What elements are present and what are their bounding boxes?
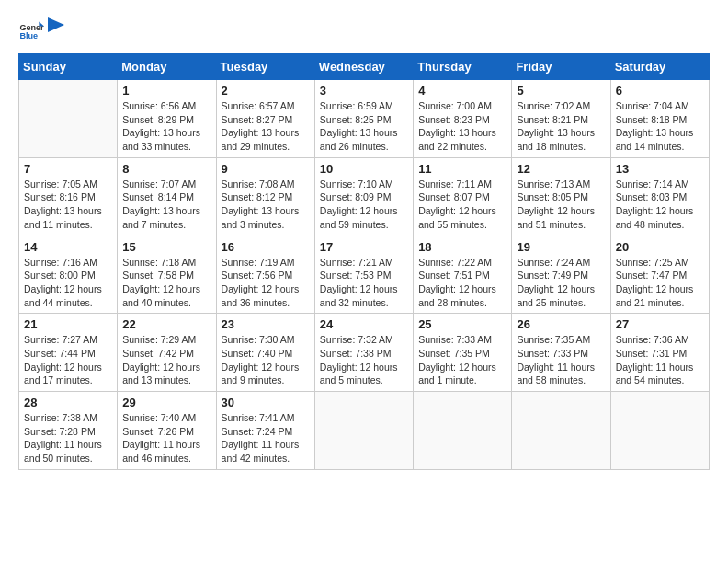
day-number: 18	[418, 240, 506, 254]
day-number: 4	[418, 84, 506, 98]
day-info: Sunrise: 7:08 AMSunset: 8:12 PMDaylight:…	[222, 178, 310, 232]
calendar-cell: 18Sunrise: 7:22 AMSunset: 7:51 PMDayligh…	[414, 236, 512, 314]
day-info: Sunrise: 7:10 AMSunset: 8:09 PMDaylight:…	[320, 178, 408, 232]
day-number: 21	[24, 317, 112, 331]
column-header-sunday: Sunday	[19, 54, 118, 80]
column-header-monday: Monday	[118, 54, 216, 80]
day-info: Sunrise: 7:38 AMSunset: 7:28 PMDaylight:…	[24, 411, 112, 465]
day-number: 28	[24, 396, 112, 409]
calendar-cell	[19, 80, 118, 158]
calendar-cell: 5Sunrise: 7:02 AMSunset: 8:21 PMDaylight…	[512, 80, 610, 158]
day-number: 3	[320, 84, 408, 98]
day-number: 19	[517, 240, 605, 254]
day-number: 27	[616, 317, 704, 331]
day-number: 2	[222, 84, 310, 98]
calendar-cell: 19Sunrise: 7:24 AMSunset: 7:49 PMDayligh…	[512, 236, 610, 314]
day-number: 7	[24, 162, 112, 176]
day-info: Sunrise: 7:36 AMSunset: 7:31 PMDaylight:…	[616, 333, 704, 387]
day-number: 8	[122, 162, 210, 176]
calendar-cell: 27Sunrise: 7:36 AMSunset: 7:31 PMDayligh…	[610, 314, 709, 392]
calendar-cell: 4Sunrise: 7:00 AMSunset: 8:23 PMDaylight…	[414, 80, 512, 158]
day-info: Sunrise: 7:19 AMSunset: 7:56 PMDaylight:…	[222, 256, 310, 310]
calendar-cell: 21Sunrise: 7:27 AMSunset: 7:44 PMDayligh…	[19, 314, 118, 392]
day-number: 17	[320, 240, 408, 254]
day-number: 23	[222, 317, 310, 331]
svg-text:Blue: Blue	[19, 31, 38, 40]
day-number: 29	[122, 396, 210, 409]
calendar-cell: 15Sunrise: 7:18 AMSunset: 7:58 PMDayligh…	[118, 236, 216, 314]
calendar-cell: 23Sunrise: 7:30 AMSunset: 7:40 PMDayligh…	[216, 314, 314, 392]
calendar-table: SundayMondayTuesdayWednesdayThursdayFrid…	[18, 53, 710, 470]
column-header-wednesday: Wednesday	[314, 54, 413, 80]
logo-flag-icon	[48, 17, 64, 38]
day-info: Sunrise: 7:05 AMSunset: 8:16 PMDaylight:…	[24, 178, 112, 232]
column-header-friday: Friday	[512, 54, 610, 80]
calendar-cell: 11Sunrise: 7:11 AMSunset: 8:07 PMDayligh…	[414, 157, 512, 236]
calendar-cell	[512, 392, 610, 470]
calendar-cell: 26Sunrise: 7:35 AMSunset: 7:33 PMDayligh…	[512, 314, 610, 392]
day-info: Sunrise: 7:25 AMSunset: 7:47 PMDaylight:…	[616, 256, 704, 310]
day-info: Sunrise: 7:32 AMSunset: 7:38 PMDaylight:…	[320, 333, 408, 387]
day-number: 30	[222, 396, 310, 409]
day-number: 13	[616, 162, 704, 176]
day-number: 6	[616, 84, 704, 98]
calendar-cell: 3Sunrise: 6:59 AMSunset: 8:25 PMDaylight…	[314, 80, 413, 158]
day-info: Sunrise: 7:33 AMSunset: 7:35 PMDaylight:…	[418, 333, 506, 387]
calendar-cell	[610, 392, 709, 470]
day-info: Sunrise: 7:00 AMSunset: 8:23 PMDaylight:…	[418, 99, 506, 154]
day-info: Sunrise: 7:07 AMSunset: 8:14 PMDaylight:…	[122, 178, 210, 232]
calendar-cell: 9Sunrise: 7:08 AMSunset: 8:12 PMDaylight…	[216, 157, 314, 236]
calendar-cell: 22Sunrise: 7:29 AMSunset: 7:42 PMDayligh…	[118, 314, 216, 392]
day-info: Sunrise: 7:13 AMSunset: 8:05 PMDaylight:…	[517, 178, 605, 232]
page-header: General Blue	[18, 18, 710, 44]
day-number: 16	[222, 240, 310, 254]
calendar-cell: 7Sunrise: 7:05 AMSunset: 8:16 PMDaylight…	[19, 157, 118, 236]
calendar-header-row: SundayMondayTuesdayWednesdayThursdayFrid…	[19, 54, 710, 80]
calendar-cell	[414, 392, 512, 470]
day-info: Sunrise: 7:24 AMSunset: 7:49 PMDaylight:…	[517, 256, 605, 310]
calendar-week-row: 14Sunrise: 7:16 AMSunset: 8:00 PMDayligh…	[19, 236, 710, 314]
logo-icon: General Blue	[18, 18, 44, 44]
calendar-cell: 14Sunrise: 7:16 AMSunset: 8:00 PMDayligh…	[19, 236, 118, 314]
calendar-cell: 12Sunrise: 7:13 AMSunset: 8:05 PMDayligh…	[512, 157, 610, 236]
day-number: 22	[122, 317, 210, 331]
day-number: 24	[320, 317, 408, 331]
calendar-cell: 25Sunrise: 7:33 AMSunset: 7:35 PMDayligh…	[414, 314, 512, 392]
day-number: 12	[517, 162, 605, 176]
day-info: Sunrise: 7:27 AMSunset: 7:44 PMDaylight:…	[24, 333, 112, 387]
day-number: 14	[24, 240, 112, 254]
day-number: 10	[320, 162, 408, 176]
day-info: Sunrise: 7:40 AMSunset: 7:26 PMDaylight:…	[122, 411, 210, 465]
day-number: 11	[418, 162, 506, 176]
day-info: Sunrise: 7:11 AMSunset: 8:07 PMDaylight:…	[418, 178, 506, 232]
day-info: Sunrise: 7:21 AMSunset: 7:53 PMDaylight:…	[320, 256, 408, 310]
day-info: Sunrise: 7:30 AMSunset: 7:40 PMDaylight:…	[222, 333, 310, 387]
day-number: 26	[517, 317, 605, 331]
day-info: Sunrise: 6:59 AMSunset: 8:25 PMDaylight:…	[320, 99, 408, 154]
day-info: Sunrise: 7:14 AMSunset: 8:03 PMDaylight:…	[616, 178, 704, 232]
day-info: Sunrise: 7:02 AMSunset: 8:21 PMDaylight:…	[517, 99, 605, 154]
day-info: Sunrise: 7:16 AMSunset: 8:00 PMDaylight:…	[24, 256, 112, 310]
calendar-week-row: 7Sunrise: 7:05 AMSunset: 8:16 PMDaylight…	[19, 157, 710, 236]
calendar-week-row: 1Sunrise: 6:56 AMSunset: 8:29 PMDaylight…	[19, 80, 710, 158]
day-info: Sunrise: 7:18 AMSunset: 7:58 PMDaylight:…	[122, 256, 210, 310]
column-header-thursday: Thursday	[414, 54, 512, 80]
calendar-cell	[314, 392, 413, 470]
calendar-cell: 8Sunrise: 7:07 AMSunset: 8:14 PMDaylight…	[118, 157, 216, 236]
column-header-saturday: Saturday	[610, 54, 709, 80]
day-number: 25	[418, 317, 506, 331]
calendar-cell: 28Sunrise: 7:38 AMSunset: 7:28 PMDayligh…	[19, 392, 118, 470]
day-info: Sunrise: 7:04 AMSunset: 8:18 PMDaylight:…	[616, 99, 704, 154]
day-number: 9	[222, 162, 310, 176]
day-info: Sunrise: 6:56 AMSunset: 8:29 PMDaylight:…	[122, 99, 210, 154]
day-info: Sunrise: 7:29 AMSunset: 7:42 PMDaylight:…	[122, 333, 210, 387]
day-number: 15	[122, 240, 210, 254]
calendar-cell: 13Sunrise: 7:14 AMSunset: 8:03 PMDayligh…	[610, 157, 709, 236]
day-number: 1	[122, 84, 210, 98]
calendar-week-row: 28Sunrise: 7:38 AMSunset: 7:28 PMDayligh…	[19, 392, 710, 470]
calendar-cell: 10Sunrise: 7:10 AMSunset: 8:09 PMDayligh…	[314, 157, 413, 236]
calendar-cell: 29Sunrise: 7:40 AMSunset: 7:26 PMDayligh…	[118, 392, 216, 470]
calendar-cell: 6Sunrise: 7:04 AMSunset: 8:18 PMDaylight…	[610, 80, 709, 158]
calendar-cell: 1Sunrise: 6:56 AMSunset: 8:29 PMDaylight…	[118, 80, 216, 158]
day-number: 20	[616, 240, 704, 254]
